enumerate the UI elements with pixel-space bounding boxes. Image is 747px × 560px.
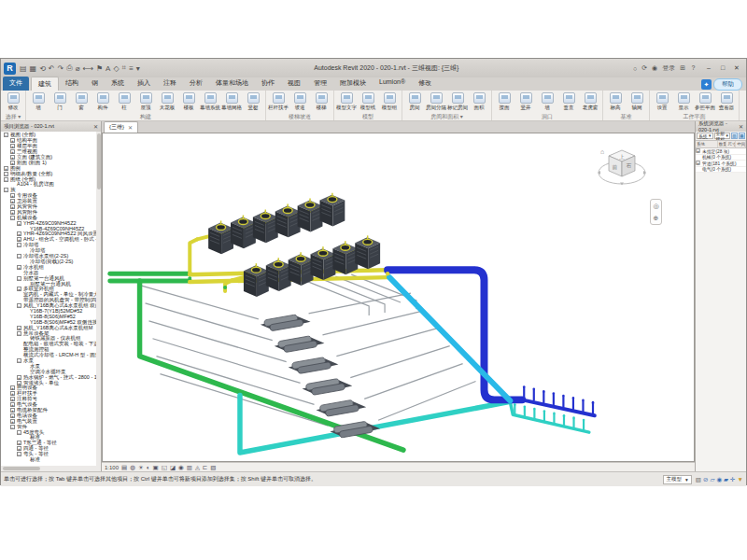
cooling-tower-unit[interactable] [332, 241, 358, 274]
expander-icon[interactable]: + [696, 161, 700, 166]
search-icon[interactable]: ○ [633, 65, 637, 72]
browser-vertical-scrollbar[interactable] [96, 132, 101, 466]
branch-pipe[interactable] [142, 286, 259, 319]
expander-icon[interactable]: + [10, 397, 15, 401]
riser-cap[interactable] [592, 401, 595, 404]
view-tab-3d[interactable]: {三维} ✕ [104, 121, 138, 133]
chiller-unit[interactable] [289, 357, 339, 374]
ribbon-button-窗[interactable]: 窗 [71, 91, 92, 113]
expander-icon[interactable]: + [10, 391, 15, 396]
select-pinned-toggle[interactable]: ◉ [716, 475, 722, 484]
expander-icon[interactable]: − [4, 172, 8, 176]
ribbon-button-标记房间[interactable]: 标记房间 [447, 91, 468, 113]
expander-icon[interactable]: + [17, 265, 21, 270]
ribbon-button-屋顶[interactable]: 屋顶 [135, 91, 156, 113]
ribbon-tab-修改[interactable]: 修改 [412, 77, 438, 91]
measure-icon[interactable]: ⌀ [76, 64, 80, 73]
ribbon-button-墙[interactable]: 墙 [28, 91, 49, 113]
ribbon-button-柱[interactable]: 柱 [114, 91, 134, 113]
ribbon-button-楼梯[interactable]: 楼梯 [311, 91, 331, 113]
help-icon[interactable]: ？ [690, 63, 697, 73]
ribbon-tab-建筑[interactable]: 建筑 [31, 77, 59, 91]
cooling-tower-unit[interactable] [231, 216, 256, 249]
cooling-tower-unit[interactable] [319, 193, 345, 227]
branch-pipe[interactable] [146, 303, 273, 341]
close-icon[interactable]: ✕ [93, 123, 98, 130]
chiller-unit[interactable] [317, 399, 367, 416]
expander-icon[interactable]: + [10, 419, 15, 424]
expander-icon[interactable]: + [17, 231, 21, 236]
ribbon-button-竖井[interactable]: 竖井 [515, 91, 536, 113]
riser-cap[interactable] [533, 408, 536, 411]
viewcube-home-icon[interactable]: ⌂ [600, 148, 604, 155]
close-icon[interactable]: ✕ [128, 124, 133, 131]
expander-icon[interactable]: + [10, 149, 15, 154]
ribbon-button-竖梃[interactable]: 竖梃 [243, 91, 263, 113]
crop-view-icon[interactable]: ▣ [153, 464, 159, 471]
ribbon-button-门[interactable]: 门 [49, 91, 70, 113]
tree-item[interactable]: 标准 [2, 457, 101, 463]
thin-lines-icon[interactable]: ≡ [129, 64, 134, 73]
text-icon[interactable]: A [106, 64, 110, 73]
branch-pipe[interactable] [322, 311, 423, 335]
riser-cap[interactable] [553, 413, 556, 415]
ribbon-tab-文件[interactable]: 文件 [3, 77, 29, 91]
ribbon-button-模型线[interactable]: 模型线 [358, 91, 378, 113]
cooling-tower-unit[interactable] [275, 204, 301, 238]
branch-pipe[interactable] [149, 321, 287, 362]
expander-icon[interactable]: + [17, 375, 21, 380]
cooling-tower-bank-upper[interactable] [208, 193, 345, 255]
temporary-view-properties-icon[interactable]: ▥ [187, 464, 192, 471]
branch-pipe[interactable] [309, 293, 411, 314]
section-icon[interactable]: ⌗ [122, 63, 127, 73]
expander-icon[interactable]: − [17, 331, 21, 336]
ribbon-tab-视图[interactable]: 视图 [281, 77, 307, 91]
zoom-tool-icon[interactable]: ⊕ [654, 215, 659, 222]
expander-icon[interactable]: + [10, 402, 15, 407]
expander-icon[interactable]: + [17, 221, 21, 226]
ribbon-button-面积[interactable]: 面积 [469, 91, 489, 113]
column-header-系统[interactable]: 系统 [696, 141, 718, 147]
ribbon-tab-Lumion®[interactable]: Lumion® [373, 77, 412, 91]
ribbon-button-坡道[interactable]: 坡道 [289, 91, 310, 113]
worksharing-display-icon[interactable]: ▧ [210, 464, 216, 471]
print-icon[interactable]: ⎙ [66, 63, 72, 73]
ribbon-button-幕墙网格[interactable]: 幕墙网格 [221, 91, 242, 113]
expander-icon[interactable]: + [696, 149, 700, 154]
tag-icon[interactable]: ⚑ [96, 64, 103, 73]
ribbon-button-楼板[interactable]: 楼板 [178, 91, 199, 113]
ribbon-button-构件[interactable]: 构件 [92, 91, 113, 113]
redo-icon[interactable]: ↷ [58, 64, 64, 73]
ribbon-button-设置[interactable]: 设置 [652, 91, 672, 113]
ribbon-button-模型组[interactable]: 模型组 [379, 91, 400, 113]
expander-icon[interactable]: + [17, 446, 21, 451]
drag-on-selection-toggle[interactable]: ✛ [730, 475, 735, 484]
riser-cap[interactable] [582, 399, 585, 401]
expander-icon[interactable]: − [17, 243, 21, 247]
view-scale[interactable]: 1:100 [105, 465, 119, 470]
column-settings-icon[interactable]: ▦ [739, 133, 745, 139]
riser-cap[interactable] [553, 392, 556, 395]
expander-icon[interactable]: − [17, 358, 21, 363]
temporary-hide-isolate-icon[interactable]: ◪ [170, 464, 176, 471]
autofit-columns-icon[interactable]: ▥ [731, 133, 738, 139]
riser-cap[interactable] [562, 395, 565, 398]
riser-cap[interactable] [514, 403, 516, 406]
revit-logo-icon[interactable]: R [4, 63, 16, 75]
riser-cap[interactable] [524, 405, 527, 408]
expander-icon[interactable]: − [4, 133, 8, 137]
expander-icon[interactable]: − [17, 303, 21, 308]
expander-icon[interactable]: + [10, 210, 15, 215]
return-pipe-cyan[interactable] [389, 277, 510, 400]
column-header-尺寸[interactable]: 尺寸 [726, 141, 736, 147]
worksets-icon[interactable]: ▧ [696, 475, 701, 484]
ribbon-tab-管理[interactable]: 管理 [307, 77, 333, 91]
design-options-dropdown[interactable]: 主模型▾ [663, 475, 692, 484]
expander-icon[interactable]: − [17, 430, 21, 435]
expander-icon[interactable]: − [10, 425, 15, 429]
cooling-tower-unit[interactable] [208, 220, 233, 254]
reveal-constraints-icon[interactable]: ⊏ [203, 464, 207, 471]
cooling-tower-unit[interactable] [355, 235, 380, 269]
ribbon-tab-体量和场地[interactable]: 体量和场地 [209, 77, 255, 91]
branch-pipe[interactable] [378, 381, 475, 420]
